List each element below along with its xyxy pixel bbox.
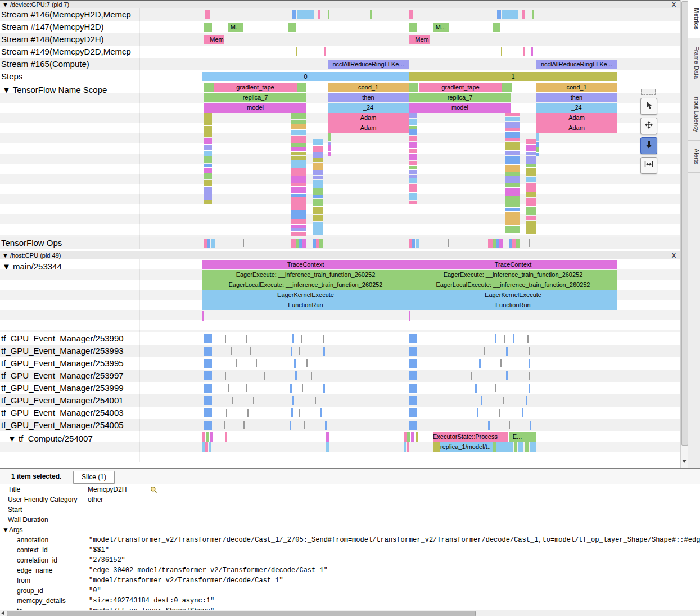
trace-slice[interactable] [291,197,306,205]
trace-slice[interactable] [313,146,323,152]
trace-slice[interactable] [409,83,418,92]
trace-tick[interactable] [302,384,303,392]
trace-slice[interactable] [526,168,536,176]
trace-slice[interactable] [302,239,306,248]
trace-slice[interactable] [506,347,508,356]
trace-tick[interactable] [500,359,502,367]
trace-slice[interactable] [409,178,417,183]
trace-slice[interactable] [475,384,477,393]
trace-slice[interactable] [409,35,414,44]
track-label[interactable]: ▼ main/253344 [2,262,62,271]
trace-slice[interactable] [505,183,520,187]
zoom-tool[interactable] [640,137,657,154]
trace-slice[interactable] [204,151,212,156]
trace-tick[interactable] [246,384,247,392]
trace-slice[interactable] [204,200,212,204]
slice-eagerkernelexecute[interactable]: EagerKernelExecute [202,290,409,300]
trace-slice[interactable] [526,145,536,151]
trace-slice[interactable] [204,168,212,173]
trace-slice[interactable] [505,138,520,141]
trace-slice[interactable] [204,396,212,405]
trace-slice[interactable] [488,239,493,248]
trace-slice[interactable] [291,130,306,135]
horizontal-scrollbar-thumb[interactable] [7,611,476,616]
trace-slice[interactable] [526,183,536,188]
trace-slice[interactable] [204,134,212,137]
trace-slice[interactable] [409,113,417,118]
trace-slice[interactable] [412,239,415,248]
slice-m[interactable]: M... [433,23,449,32]
trace-slice[interactable] [204,371,212,380]
trace-slice[interactable] [505,122,520,128]
trace-slice[interactable] [204,347,212,356]
trace-slice[interactable] [526,198,536,206]
trace-slice[interactable] [529,359,530,368]
trace-slice[interactable] [505,132,520,138]
trace-slice[interactable] [526,192,536,197]
trace-slice[interactable] [409,170,417,174]
trace-slice[interactable] [202,311,204,321]
slice-executorstate-process[interactable]: ExecutorState::Process [433,432,498,442]
trace-slice[interactable] [529,384,530,393]
trace-tick[interactable] [253,397,254,404]
trace-slice[interactable] [292,334,294,343]
trace-tick[interactable] [499,409,500,417]
trace-slice[interactable] [499,239,503,248]
trace-slice[interactable] [532,10,534,19]
trace-slice[interactable] [204,187,212,192]
trace-slice[interactable] [291,183,306,186]
trace-tick[interactable] [231,347,232,355]
trace-tick[interactable] [529,347,530,355]
trace-slice[interactable] [407,432,410,442]
trace-slice[interactable] [409,311,410,321]
trace-slice[interactable] [526,228,536,234]
trace-slice[interactable] [409,201,417,204]
trace-slice[interactable] [505,156,520,164]
trace-slice[interactable] [522,408,523,417]
trace-slice[interactable] [292,396,294,405]
trace-slice[interactable] [328,152,331,156]
slice-gradient-tape[interactable]: gradient_tape [214,83,297,92]
trace-tick[interactable] [315,397,316,404]
trace-slice[interactable] [313,176,323,179]
trace-slice[interactable] [409,359,417,368]
trace-slice[interactable] [291,120,306,124]
trace-tick[interactable] [246,335,247,343]
trace-slice[interactable] [505,128,520,131]
trace-tick[interactable] [226,409,227,417]
trace-slice[interactable] [409,347,417,356]
trace-slice[interactable] [290,384,292,393]
trace-slice[interactable] [526,221,536,228]
trace-slice[interactable] [409,166,417,169]
trace-tick[interactable] [225,372,226,380]
trace-slice[interactable] [204,192,212,200]
trace-slice[interactable] [291,219,306,224]
trace-slice[interactable] [409,188,417,192]
trace-slice[interactable] [526,139,536,144]
trace-tick[interactable] [306,359,308,367]
trace-slice[interactable] [523,47,525,56]
trace-slice[interactable] [505,203,520,207]
tab-slice[interactable]: Slice (1) [73,471,115,484]
trace-slice[interactable] [505,218,520,225]
trace-slice[interactable] [313,230,323,235]
trace-slice[interactable] [518,442,523,452]
trace-slice[interactable] [291,136,306,143]
trace-slice[interactable] [291,239,296,248]
slice-model[interactable]: model [409,103,511,113]
side-tab-metrics[interactable]: Metrics [688,0,700,38]
trace-slice[interactable] [291,408,293,417]
trace-tick[interactable] [529,239,530,247]
trace-slice[interactable] [291,168,306,176]
trace-slice[interactable] [409,175,417,178]
slice-eagerkernelexecute[interactable]: EagerKernelExecute [409,290,617,300]
trace-slice[interactable] [479,359,481,368]
trace-slice[interactable] [204,126,212,134]
trace-tick[interactable] [243,421,245,429]
slice-eagerexecute-inference-train-function-260252[interactable]: EagerExecute: __inference_train_function… [409,270,617,280]
trace-slice[interactable] [288,23,296,32]
trace-slice[interactable] [409,161,417,165]
tool-palette-grip[interactable] [641,89,656,95]
slice-tracecontext[interactable]: TraceContext [409,260,617,269]
trace-slice[interactable] [409,421,417,430]
